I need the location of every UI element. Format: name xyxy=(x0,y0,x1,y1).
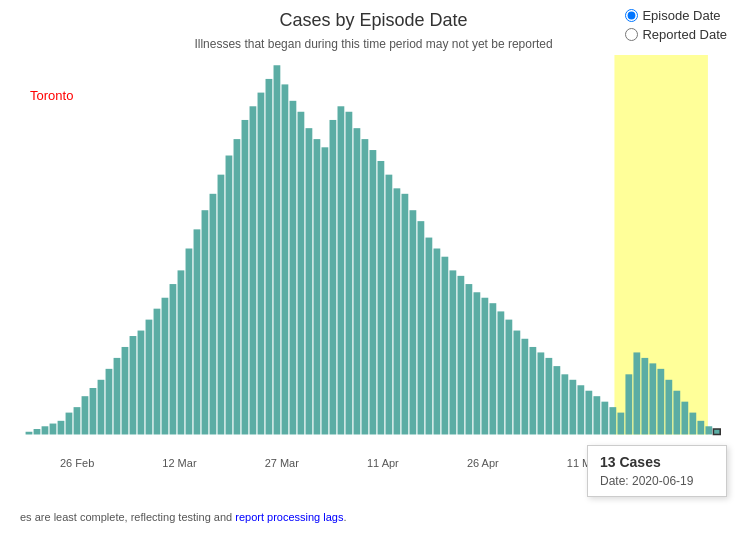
bar xyxy=(649,363,656,434)
bar xyxy=(186,249,193,435)
tooltip-cases: 13 Cases xyxy=(600,454,714,470)
bar xyxy=(585,391,592,435)
episode-date-label: Episode Date xyxy=(642,8,720,23)
x-label-1: 12 Mar xyxy=(162,457,196,469)
chart-container: Cases by Episode Date Episode Date Repor… xyxy=(0,0,747,557)
chart-area xyxy=(10,55,737,455)
bar xyxy=(90,388,97,434)
bar xyxy=(42,426,49,434)
bar xyxy=(322,147,329,434)
bars-svg xyxy=(10,55,737,455)
bar xyxy=(266,79,273,435)
bar xyxy=(441,257,448,435)
bottom-note: es are least complete, reflecting testin… xyxy=(10,507,357,527)
bar xyxy=(138,331,145,435)
bar xyxy=(481,298,488,435)
bar xyxy=(457,276,464,435)
x-label-4: 26 Apr xyxy=(467,457,499,469)
bar xyxy=(665,380,672,435)
bottom-note-text: es are least complete, reflecting testin… xyxy=(20,511,235,523)
reported-date-label: Reported Date xyxy=(642,27,727,42)
episode-date-input[interactable] xyxy=(625,9,638,22)
bar xyxy=(505,320,512,435)
bar xyxy=(705,426,712,434)
bar xyxy=(82,396,89,434)
x-label-3: 11 Apr xyxy=(367,457,399,469)
bar xyxy=(290,101,297,435)
reported-date-radio[interactable]: Reported Date xyxy=(625,27,727,42)
bar xyxy=(314,139,321,434)
bar xyxy=(26,432,33,435)
bar xyxy=(681,402,688,435)
bar xyxy=(194,229,201,434)
bar xyxy=(250,106,257,434)
bar xyxy=(713,429,720,434)
bar xyxy=(122,347,129,435)
bar xyxy=(178,270,185,434)
bar xyxy=(537,352,544,434)
bar xyxy=(330,120,337,435)
bar xyxy=(433,249,440,435)
bar xyxy=(282,84,289,434)
bar xyxy=(673,391,680,435)
bar xyxy=(202,210,209,434)
bar xyxy=(210,194,217,435)
bar xyxy=(417,221,424,434)
bar xyxy=(162,298,169,435)
bar xyxy=(74,407,81,434)
bar xyxy=(641,358,648,435)
bar xyxy=(154,309,161,435)
tooltip-box: 13 Cases Date: 2020-06-19 xyxy=(587,445,727,497)
bar xyxy=(449,270,456,434)
bar xyxy=(354,128,361,434)
bar xyxy=(114,358,121,435)
bar xyxy=(50,424,57,435)
bar xyxy=(146,320,153,435)
bar xyxy=(242,120,249,435)
bar xyxy=(130,336,137,434)
bar xyxy=(425,238,432,435)
bottom-note-link[interactable]: report processing lags xyxy=(235,511,343,523)
bar xyxy=(170,284,177,434)
bar xyxy=(497,311,504,434)
bar xyxy=(529,347,536,435)
bar xyxy=(362,139,369,434)
bottom-note-suffix: . xyxy=(343,511,346,523)
bar xyxy=(106,369,113,435)
bar xyxy=(521,339,528,435)
bar xyxy=(338,106,345,434)
bar xyxy=(258,93,265,435)
bar xyxy=(553,366,560,434)
bar xyxy=(689,413,696,435)
x-label-0: 26 Feb xyxy=(60,457,94,469)
bar xyxy=(58,421,65,435)
bar xyxy=(465,284,472,434)
bar xyxy=(593,396,600,434)
bar xyxy=(577,385,584,434)
bar xyxy=(545,358,552,435)
bar xyxy=(218,175,225,435)
bar xyxy=(377,161,384,435)
bar xyxy=(346,112,353,435)
reported-date-input[interactable] xyxy=(625,28,638,41)
bar xyxy=(609,407,616,434)
bar xyxy=(409,210,416,434)
tooltip-date: Date: 2020-06-19 xyxy=(600,474,714,488)
bar xyxy=(234,139,241,434)
episode-date-radio[interactable]: Episode Date xyxy=(625,8,727,23)
bar xyxy=(226,156,233,435)
bar xyxy=(473,292,480,434)
bar xyxy=(617,413,624,435)
bar xyxy=(513,331,520,435)
bar xyxy=(625,374,632,434)
bar xyxy=(601,402,608,435)
bar xyxy=(66,413,73,435)
bar xyxy=(561,374,568,434)
bar xyxy=(370,150,377,434)
bar xyxy=(393,188,400,434)
bar xyxy=(697,421,704,435)
bar xyxy=(657,369,664,435)
bar xyxy=(298,112,305,435)
bar xyxy=(489,303,496,434)
bar xyxy=(569,380,576,435)
